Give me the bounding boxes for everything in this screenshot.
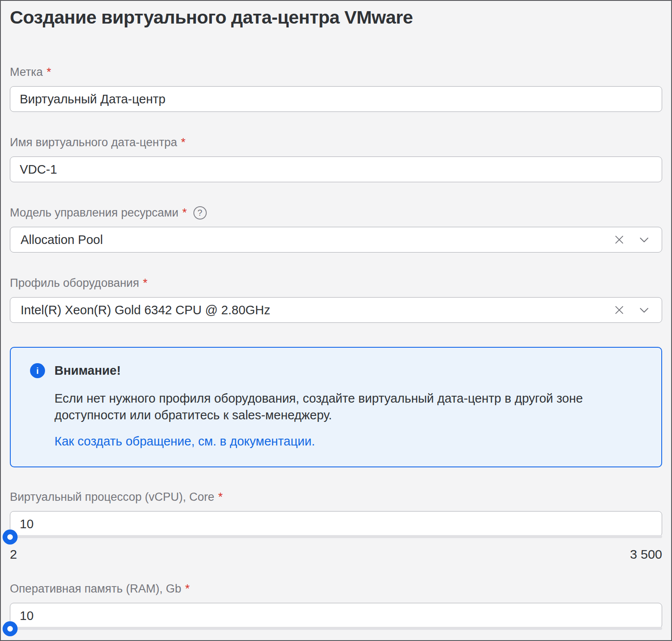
- ram-input[interactable]: [10, 603, 662, 629]
- alert-body: Если нет нужного профиля оборудования, с…: [54, 390, 625, 423]
- required-asterisk: *: [181, 136, 186, 149]
- required-asterisk: *: [47, 66, 51, 79]
- resource-model-select[interactable]: Allocation Pool: [10, 227, 662, 253]
- ram-slider: [10, 603, 662, 629]
- field-resource-model-group: Модель управления ресурсами * ? Allocati…: [10, 206, 662, 253]
- vcpu-min: 2: [10, 547, 17, 562]
- hardware-profile-value: Intel(R) Xeon(R) Gold 6342 CPU @ 2.80GHz: [21, 303, 612, 317]
- create-vdc-form: Создание виртуального дата-центра VMware…: [0, 0, 672, 641]
- page-title: Создание виртуального дата-центра VMware: [10, 7, 662, 28]
- field-label-group: Метка *: [10, 66, 662, 112]
- vdc-name-label: Имя виртуального дата-центра *: [10, 136, 662, 149]
- resource-model-label: Модель управления ресурсами * ?: [10, 206, 662, 220]
- ram-slider-track[interactable]: [10, 627, 662, 630]
- field-vdc-name-group: Имя виртуального дата-центра *: [10, 136, 662, 182]
- field-vcpu-group: Виртуальный процессор (vCPU), Core * 2 3…: [10, 491, 662, 562]
- clear-icon[interactable]: [612, 303, 627, 317]
- ram-label: Оперативная память (RAM), Gb *: [10, 582, 662, 596]
- required-asterisk: *: [182, 206, 187, 220]
- clear-icon[interactable]: [612, 232, 627, 247]
- vcpu-slider-track[interactable]: [10, 535, 662, 538]
- ram-max: 7 000: [630, 639, 662, 641]
- required-asterisk: *: [143, 277, 148, 290]
- alert-header: i Внимание!: [30, 363, 642, 378]
- ram-bounds: 4 7 000: [10, 639, 662, 641]
- info-icon: i: [30, 363, 45, 378]
- vdc-name-input[interactable]: [10, 156, 662, 182]
- required-asterisk: *: [218, 491, 223, 504]
- hardware-profile-select[interactable]: Intel(R) Xeon(R) Gold 6342 CPU @ 2.80GHz: [10, 297, 662, 323]
- vcpu-bounds: 2 3 500: [10, 547, 662, 562]
- metka-input[interactable]: [10, 86, 662, 112]
- required-asterisk: *: [185, 582, 190, 596]
- resource-model-value: Allocation Pool: [21, 233, 612, 247]
- vcpu-max: 3 500: [630, 547, 662, 562]
- vcpu-input[interactable]: [10, 511, 662, 537]
- slider-handle-dot: [7, 626, 13, 632]
- hardware-profile-label: Профиль оборудования *: [10, 277, 662, 290]
- slider-handle-dot: [7, 534, 13, 540]
- vcpu-slider: [10, 511, 662, 537]
- metka-label: Метка *: [10, 66, 662, 79]
- vcpu-slider-handle[interactable]: [3, 530, 18, 545]
- info-alert: i Внимание! Если нет нужного профиля обо…: [10, 347, 662, 467]
- field-hardware-profile-group: Профиль оборудования * Intel(R) Xeon(R) …: [10, 277, 662, 323]
- documentation-link[interactable]: Как создать обращение, см. в документаци…: [54, 434, 315, 448]
- alert-title: Внимание!: [54, 364, 121, 378]
- help-question-icon[interactable]: ?: [193, 206, 207, 220]
- field-ram-group: Оперативная память (RAM), Gb * 4 7 000: [10, 582, 662, 641]
- chevron-down-icon[interactable]: [637, 303, 651, 317]
- chevron-down-icon[interactable]: [637, 232, 651, 247]
- ram-slider-handle[interactable]: [3, 621, 18, 636]
- vcpu-label: Виртуальный процессор (vCPU), Core *: [10, 491, 662, 504]
- ram-min: 4: [10, 639, 17, 641]
